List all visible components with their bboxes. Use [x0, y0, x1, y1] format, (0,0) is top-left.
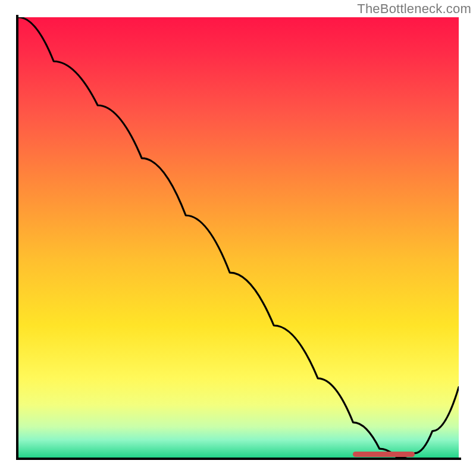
optimal-range-marker — [353, 452, 415, 457]
watermark-text: TheBottleneck.com — [357, 1, 471, 17]
bottleneck-curve — [18, 17, 459, 458]
chart-plot-area — [18, 17, 459, 458]
x-axis — [16, 458, 461, 460]
